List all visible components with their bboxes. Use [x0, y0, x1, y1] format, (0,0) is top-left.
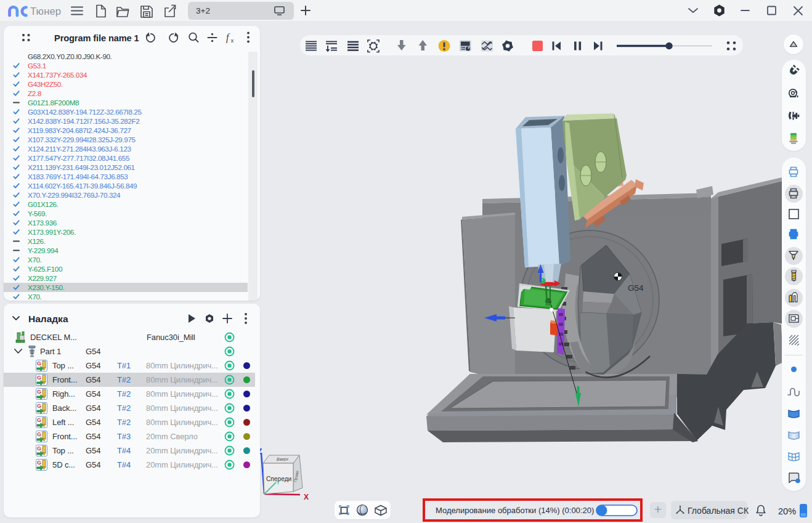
svg-text:G: G: [37, 460, 41, 466]
svg-text:f: f: [226, 32, 230, 43]
svg-text:G: G: [37, 403, 41, 409]
svg-text:G: G: [37, 360, 41, 367]
svg-text:G: G: [37, 445, 41, 452]
svg-text:G: G: [37, 375, 41, 381]
svg-text:Наладка: Наладка: [28, 314, 68, 324]
svg-text:Y: Y: [276, 479, 280, 486]
svg-text:G54: G54: [628, 283, 644, 293]
svg-text:G: G: [37, 417, 41, 423]
svg-text:Тюнер: Тюнер: [30, 6, 61, 17]
svg-text:G: G: [37, 431, 41, 437]
svg-text:G: G: [37, 389, 41, 395]
svg-text:x: x: [231, 37, 234, 44]
svg-text:3+2: 3+2: [196, 6, 210, 15]
svg-text:Program file name 1: Program file name 1: [54, 33, 139, 43]
svg-text:X: X: [304, 493, 309, 501]
